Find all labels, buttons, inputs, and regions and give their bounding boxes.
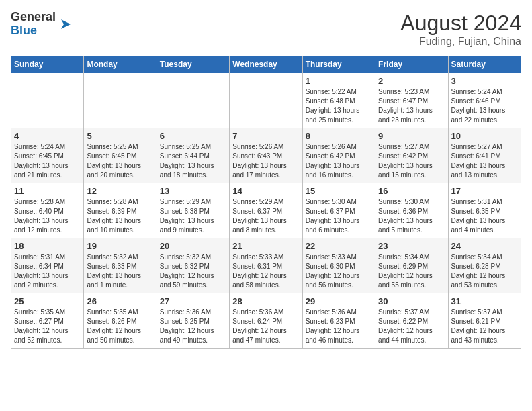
calendar-cell: 7Sunrise: 5:26 AM Sunset: 6:43 PM Daylig… — [230, 128, 302, 183]
calendar-cell: 1Sunrise: 5:22 AM Sunset: 6:48 PM Daylig… — [302, 73, 375, 128]
logo-blue: Blue — [11, 24, 37, 37]
calendar-cell: 6Sunrise: 5:25 AM Sunset: 6:44 PM Daylig… — [157, 128, 229, 183]
calendar-cell: 15Sunrise: 5:30 AM Sunset: 6:37 PM Dayli… — [302, 183, 375, 238]
month-year-title: August 2024 — [400, 11, 521, 36]
calendar-cell: 5Sunrise: 5:25 AM Sunset: 6:45 PM Daylig… — [84, 128, 157, 183]
page-header: General Blue August 2024 Fuding, Fujian,… — [11, 11, 521, 48]
calendar-cell: 23Sunrise: 5:34 AM Sunset: 6:29 PM Dayli… — [375, 238, 448, 293]
calendar-cell: 12Sunrise: 5:28 AM Sunset: 6:39 PM Dayli… — [84, 183, 157, 238]
calendar-cell: 18Sunrise: 5:31 AM Sunset: 6:34 PM Dayli… — [11, 238, 84, 293]
day-number: 22 — [306, 241, 372, 251]
day-number: 10 — [451, 131, 518, 141]
calendar-cell — [11, 73, 84, 128]
day-info: Sunrise: 5:26 AM Sunset: 6:43 PM Dayligh… — [232, 142, 299, 180]
calendar-cell — [84, 73, 157, 128]
day-number: 27 — [160, 296, 226, 306]
day-info: Sunrise: 5:28 AM Sunset: 6:40 PM Dayligh… — [14, 197, 81, 235]
day-number: 18 — [14, 241, 81, 251]
title-block: August 2024 Fuding, Fujian, China — [400, 11, 521, 48]
calendar-cell: 3Sunrise: 5:24 AM Sunset: 6:46 PM Daylig… — [448, 73, 521, 128]
calendar-cell: 2Sunrise: 5:23 AM Sunset: 6:47 PM Daylig… — [375, 73, 448, 128]
day-info: Sunrise: 5:34 AM Sunset: 6:29 PM Dayligh… — [378, 253, 445, 290]
day-number: 11 — [14, 186, 81, 196]
day-info: Sunrise: 5:29 AM Sunset: 6:37 PM Dayligh… — [232, 197, 299, 235]
day-number: 17 — [451, 186, 518, 196]
day-number: 3 — [451, 76, 518, 86]
day-info: Sunrise: 5:33 AM Sunset: 6:31 PM Dayligh… — [232, 253, 299, 290]
day-number: 23 — [378, 241, 445, 251]
calendar-header-row: SundayMondayTuesdayWednesdayThursdayFrid… — [11, 56, 521, 73]
calendar-cell: 26Sunrise: 5:35 AM Sunset: 6:26 PM Dayli… — [84, 293, 157, 349]
calendar-cell — [157, 73, 229, 128]
day-info: Sunrise: 5:32 AM Sunset: 6:33 PM Dayligh… — [87, 253, 153, 290]
day-info: Sunrise: 5:36 AM Sunset: 6:25 PM Dayligh… — [160, 308, 226, 345]
logo-icon — [58, 17, 73, 32]
day-number: 25 — [14, 296, 81, 306]
calendar-cell: 22Sunrise: 5:33 AM Sunset: 6:30 PM Dayli… — [302, 238, 375, 293]
day-info: Sunrise: 5:30 AM Sunset: 6:36 PM Dayligh… — [378, 197, 445, 235]
day-info: Sunrise: 5:37 AM Sunset: 6:22 PM Dayligh… — [378, 308, 445, 345]
day-info: Sunrise: 5:26 AM Sunset: 6:42 PM Dayligh… — [306, 142, 372, 180]
calendar-cell: 19Sunrise: 5:32 AM Sunset: 6:33 PM Dayli… — [84, 238, 157, 293]
column-header-tuesday: Tuesday — [157, 56, 229, 73]
column-header-friday: Friday — [375, 56, 448, 73]
day-number: 31 — [451, 296, 518, 306]
day-number: 30 — [378, 296, 445, 306]
day-info: Sunrise: 5:24 AM Sunset: 6:45 PM Dayligh… — [14, 142, 81, 180]
calendar-cell: 8Sunrise: 5:26 AM Sunset: 6:42 PM Daylig… — [302, 128, 375, 183]
day-info: Sunrise: 5:27 AM Sunset: 6:42 PM Dayligh… — [378, 142, 445, 180]
day-number: 24 — [451, 241, 518, 251]
day-number: 6 — [160, 131, 226, 141]
calendar-cell: 24Sunrise: 5:34 AM Sunset: 6:28 PM Dayli… — [448, 238, 521, 293]
day-number: 4 — [14, 131, 81, 141]
day-info: Sunrise: 5:22 AM Sunset: 6:48 PM Dayligh… — [306, 87, 372, 125]
day-number: 28 — [232, 296, 299, 306]
day-number: 29 — [306, 296, 372, 306]
calendar-cell: 11Sunrise: 5:28 AM Sunset: 6:40 PM Dayli… — [11, 183, 84, 238]
day-number: 13 — [160, 186, 226, 196]
calendar-cell: 21Sunrise: 5:33 AM Sunset: 6:31 PM Dayli… — [230, 238, 302, 293]
calendar-cell: 9Sunrise: 5:27 AM Sunset: 6:42 PM Daylig… — [375, 128, 448, 183]
calendar-cell: 16Sunrise: 5:30 AM Sunset: 6:36 PM Dayli… — [375, 183, 448, 238]
calendar-cell: 28Sunrise: 5:36 AM Sunset: 6:24 PM Dayli… — [230, 293, 302, 349]
day-number: 14 — [232, 186, 299, 196]
day-number: 2 — [378, 76, 445, 86]
calendar-cell: 17Sunrise: 5:31 AM Sunset: 6:35 PM Dayli… — [448, 183, 521, 238]
day-info: Sunrise: 5:31 AM Sunset: 6:35 PM Dayligh… — [451, 197, 518, 235]
day-info: Sunrise: 5:27 AM Sunset: 6:41 PM Dayligh… — [451, 142, 518, 180]
day-info: Sunrise: 5:30 AM Sunset: 6:37 PM Dayligh… — [306, 197, 372, 235]
column-header-saturday: Saturday — [448, 56, 521, 73]
day-number: 9 — [378, 131, 445, 141]
column-header-wednesday: Wednesday — [230, 56, 302, 73]
week-row-3: 11Sunrise: 5:28 AM Sunset: 6:40 PM Dayli… — [11, 183, 521, 238]
calendar-cell — [230, 73, 302, 128]
day-info: Sunrise: 5:25 AM Sunset: 6:44 PM Dayligh… — [160, 142, 226, 180]
calendar-cell: 31Sunrise: 5:37 AM Sunset: 6:21 PM Dayli… — [448, 293, 521, 349]
week-row-4: 18Sunrise: 5:31 AM Sunset: 6:34 PM Dayli… — [11, 238, 521, 293]
day-info: Sunrise: 5:24 AM Sunset: 6:46 PM Dayligh… — [451, 87, 518, 125]
day-number: 1 — [306, 76, 372, 86]
calendar-cell: 27Sunrise: 5:36 AM Sunset: 6:25 PM Dayli… — [157, 293, 229, 349]
column-header-thursday: Thursday — [302, 56, 375, 73]
day-info: Sunrise: 5:31 AM Sunset: 6:34 PM Dayligh… — [14, 253, 81, 290]
calendar-table: SundayMondayTuesdayWednesdayThursdayFrid… — [11, 56, 521, 349]
day-number: 5 — [87, 131, 153, 141]
calendar-cell: 25Sunrise: 5:35 AM Sunset: 6:27 PM Dayli… — [11, 293, 84, 349]
calendar-cell: 10Sunrise: 5:27 AM Sunset: 6:41 PM Dayli… — [448, 128, 521, 183]
day-info: Sunrise: 5:35 AM Sunset: 6:26 PM Dayligh… — [87, 308, 153, 345]
week-row-1: 1Sunrise: 5:22 AM Sunset: 6:48 PM Daylig… — [11, 73, 521, 128]
day-number: 21 — [232, 241, 299, 251]
svg-marker-0 — [61, 19, 71, 29]
day-info: Sunrise: 5:37 AM Sunset: 6:21 PM Dayligh… — [451, 308, 518, 345]
column-header-sunday: Sunday — [11, 56, 84, 73]
calendar-cell: 13Sunrise: 5:29 AM Sunset: 6:38 PM Dayli… — [157, 183, 229, 238]
day-info: Sunrise: 5:23 AM Sunset: 6:47 PM Dayligh… — [378, 87, 445, 125]
day-info: Sunrise: 5:33 AM Sunset: 6:30 PM Dayligh… — [306, 253, 372, 290]
day-info: Sunrise: 5:34 AM Sunset: 6:28 PM Dayligh… — [451, 253, 518, 290]
logo: General Blue — [11, 11, 73, 38]
day-number: 7 — [232, 131, 299, 141]
calendar-cell: 20Sunrise: 5:32 AM Sunset: 6:32 PM Dayli… — [157, 238, 229, 293]
calendar-cell: 29Sunrise: 5:36 AM Sunset: 6:23 PM Dayli… — [302, 293, 375, 349]
calendar-cell: 14Sunrise: 5:29 AM Sunset: 6:37 PM Dayli… — [230, 183, 302, 238]
day-info: Sunrise: 5:29 AM Sunset: 6:38 PM Dayligh… — [160, 197, 226, 235]
